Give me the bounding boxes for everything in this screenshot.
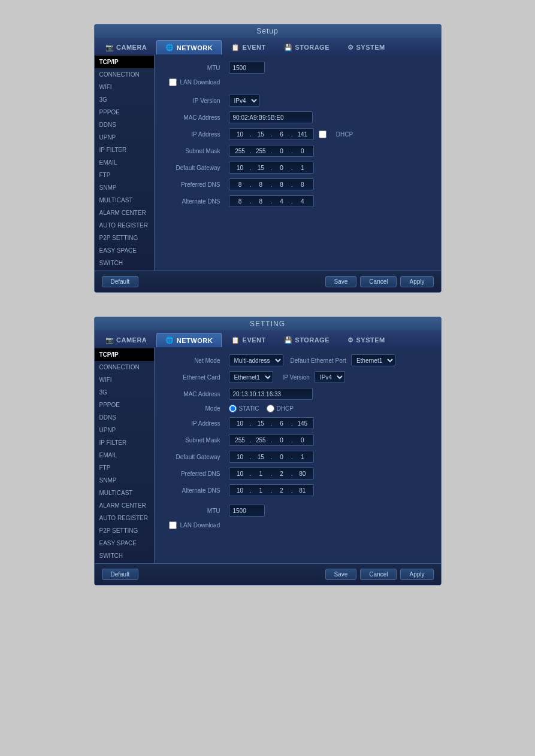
tab-network-1[interactable]: 🌐 NETWORK bbox=[156, 40, 222, 54]
dhcp-checkbox[interactable] bbox=[319, 130, 327, 138]
sidebar-wifi-1[interactable]: WIFI bbox=[95, 81, 154, 93]
adns-a-input[interactable] bbox=[232, 198, 249, 205]
adns-b-input[interactable] bbox=[252, 198, 269, 205]
subnet2-b-input[interactable] bbox=[252, 437, 269, 444]
gw2-d-input[interactable] bbox=[294, 454, 311, 460]
default-button-2[interactable]: Default bbox=[102, 569, 139, 580]
tab-event-1[interactable]: 📋 EVENT bbox=[223, 40, 274, 54]
tab-system-1[interactable]: ⚙ SYSTEM bbox=[339, 40, 394, 54]
sidebar-connection-2[interactable]: CONNECTION bbox=[95, 361, 154, 374]
ip-d-input[interactable] bbox=[294, 131, 311, 138]
pdns-d-input[interactable] bbox=[294, 181, 311, 188]
pdns-a-input[interactable] bbox=[232, 181, 249, 188]
sidebar-3g-1[interactable]: 3G bbox=[95, 93, 154, 106]
pdns2-a-input[interactable] bbox=[232, 470, 249, 477]
tab-system-2[interactable]: ⚙ SYSTEM bbox=[339, 333, 394, 347]
ip2-c-input[interactable] bbox=[273, 420, 290, 427]
sidebar-ipfilter-2[interactable]: IP FILTER bbox=[95, 436, 154, 449]
sidebar-alarmcenter-2[interactable]: ALARM CENTER bbox=[95, 499, 154, 512]
sidebar-ddns-2[interactable]: DDNS bbox=[95, 411, 154, 424]
sidebar-multicast-2[interactable]: MULTICAST bbox=[95, 487, 154, 499]
default-button-1[interactable]: Default bbox=[102, 276, 139, 287]
ip-version-select[interactable]: IPv4 bbox=[229, 95, 259, 107]
pdns2-d-input[interactable] bbox=[294, 470, 311, 477]
save-button-1[interactable]: Save bbox=[325, 276, 357, 287]
sidebar-upnp-1[interactable]: UPNP bbox=[95, 131, 154, 144]
net-mode-select[interactable]: Multi-address bbox=[229, 354, 283, 366]
gw-c-input[interactable] bbox=[273, 165, 290, 171]
sidebar-pppoe-2[interactable]: PPPOE bbox=[95, 399, 154, 411]
ip-a-input[interactable] bbox=[232, 131, 249, 138]
lan-download-checkbox-2[interactable] bbox=[169, 521, 177, 529]
default-ethernet-port-select[interactable]: Ethernet1 bbox=[351, 354, 395, 366]
mac-address-input-2[interactable] bbox=[229, 388, 313, 400]
adns2-a-input[interactable] bbox=[232, 487, 249, 494]
pdns-c-input[interactable] bbox=[273, 181, 290, 188]
sidebar-alarmcenter-1[interactable]: ALARM CENTER bbox=[95, 207, 154, 219]
ip2-b-input[interactable] bbox=[252, 420, 269, 427]
subnet-c-input[interactable] bbox=[273, 148, 290, 154]
mtu-input[interactable] bbox=[229, 62, 265, 74]
sidebar-ddns-1[interactable]: DDNS bbox=[95, 119, 154, 131]
dhcp-radio[interactable] bbox=[267, 405, 274, 412]
sidebar-p2psetting-2[interactable]: P2P SETTING bbox=[95, 524, 154, 537]
sidebar-snmp-2[interactable]: SNMP bbox=[95, 474, 154, 487]
tab-storage-2[interactable]: 💾 STORAGE bbox=[276, 333, 338, 347]
gw2-c-input[interactable] bbox=[273, 454, 290, 460]
sidebar-autoregister-2[interactable]: AUTO REGISTER bbox=[95, 512, 154, 524]
sidebar-easyspace-1[interactable]: EASY SPACE bbox=[95, 244, 154, 257]
sidebar-switch-2[interactable]: SWITCH bbox=[95, 549, 154, 562]
pdns-b-input[interactable] bbox=[252, 181, 269, 188]
adns-d-input[interactable] bbox=[294, 198, 311, 205]
sidebar-tcpip-1[interactable]: TCP/IP bbox=[95, 56, 154, 68]
gw-d-input[interactable] bbox=[294, 165, 311, 171]
subnet-d-input[interactable] bbox=[294, 148, 311, 154]
pdns2-b-input[interactable] bbox=[252, 470, 269, 477]
sidebar-3g-2[interactable]: 3G bbox=[95, 386, 154, 399]
sidebar-autoregister-1[interactable]: AUTO REGISTER bbox=[95, 219, 154, 232]
sidebar-email-2[interactable]: EMAIL bbox=[95, 449, 154, 462]
tab-camera-1[interactable]: 📷 CAMERA bbox=[97, 40, 156, 54]
adns2-d-input[interactable] bbox=[294, 487, 311, 494]
mtu-input-2[interactable] bbox=[229, 505, 265, 517]
gw2-a-input[interactable] bbox=[232, 454, 249, 460]
ip2-a-input[interactable] bbox=[232, 420, 249, 427]
tab-network-2[interactable]: 🌐 NETWORK bbox=[156, 333, 222, 347]
sidebar-snmp-1[interactable]: SNMP bbox=[95, 181, 154, 194]
gw2-b-input[interactable] bbox=[252, 454, 269, 460]
apply-button-2[interactable]: Apply bbox=[400, 569, 433, 580]
sidebar-ftp-1[interactable]: FTP bbox=[95, 169, 154, 181]
subnet2-a-input[interactable] bbox=[232, 437, 249, 444]
adns2-c-input[interactable] bbox=[273, 487, 290, 494]
sidebar-ftp-2[interactable]: FTP bbox=[95, 462, 154, 474]
tab-camera-2[interactable]: 📷 CAMERA bbox=[97, 333, 156, 347]
static-radio[interactable] bbox=[229, 405, 237, 412]
tab-storage-1[interactable]: 💾 STORAGE bbox=[276, 40, 338, 54]
adns-c-input[interactable] bbox=[273, 198, 290, 205]
sidebar-tcpip-2[interactable]: TCP/IP bbox=[95, 348, 154, 361]
sidebar-wifi-2[interactable]: WIFI bbox=[95, 374, 154, 386]
sidebar-switch-1[interactable]: SWITCH bbox=[95, 257, 154, 269]
subnet2-d-input[interactable] bbox=[294, 437, 311, 444]
ethernet-card-select[interactable]: Ethernet1 bbox=[229, 371, 273, 383]
sidebar-connection-1[interactable]: CONNECTION bbox=[95, 68, 154, 81]
gw-b-input[interactable] bbox=[252, 165, 269, 171]
subnet-a-input[interactable] bbox=[232, 148, 249, 154]
gw-a-input[interactable] bbox=[232, 165, 249, 171]
cancel-button-1[interactable]: Cancel bbox=[360, 276, 397, 287]
subnet-b-input[interactable] bbox=[252, 148, 269, 154]
ip-b-input[interactable] bbox=[252, 131, 269, 138]
sidebar-multicast-1[interactable]: MULTICAST bbox=[95, 194, 154, 207]
mac-address-input[interactable] bbox=[229, 111, 313, 123]
ip-c-input[interactable] bbox=[273, 131, 290, 138]
tab-event-2[interactable]: 📋 EVENT bbox=[223, 333, 274, 347]
sidebar-pppoe-1[interactable]: PPPOE bbox=[95, 106, 154, 119]
pdns2-c-input[interactable] bbox=[273, 470, 290, 477]
save-button-2[interactable]: Save bbox=[325, 569, 357, 580]
adns2-b-input[interactable] bbox=[252, 487, 269, 494]
sidebar-upnp-2[interactable]: UPNP bbox=[95, 424, 154, 436]
ip2-d-input[interactable] bbox=[294, 420, 311, 427]
lan-download-checkbox[interactable] bbox=[169, 78, 177, 86]
apply-button-1[interactable]: Apply bbox=[400, 276, 433, 287]
sidebar-p2psetting-1[interactable]: P2P SETTING bbox=[95, 232, 154, 244]
